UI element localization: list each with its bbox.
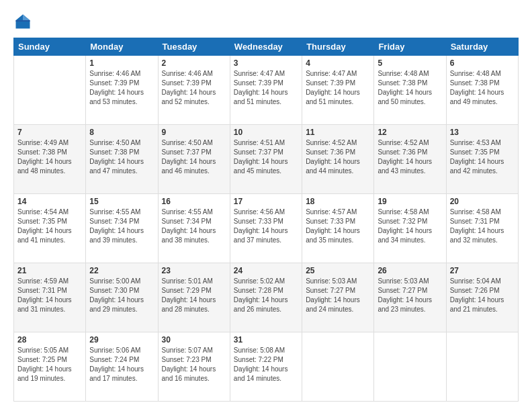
calendar-cell: 30Sunrise: 5:07 AM Sunset: 7:23 PM Dayli… — [158, 332, 230, 402]
cell-content: Sunrise: 4:50 AM Sunset: 7:37 PM Dayligh… — [162, 138, 226, 176]
calendar-cell: 28Sunrise: 5:05 AM Sunset: 7:25 PM Dayli… — [14, 332, 86, 402]
calendar-day-header: Tuesday — [158, 38, 230, 56]
day-number: 6 — [450, 58, 515, 68]
day-number: 30 — [162, 335, 226, 345]
cell-content: Sunrise: 5:07 AM Sunset: 7:23 PM Dayligh… — [162, 346, 226, 383]
day-number: 4 — [306, 58, 370, 68]
day-number: 17 — [234, 197, 298, 206]
calendar-week-row: 21Sunrise: 4:59 AM Sunset: 7:31 PM Dayli… — [14, 263, 519, 332]
calendar-day-header: Friday — [374, 38, 446, 56]
calendar-cell: 12Sunrise: 4:52 AM Sunset: 7:36 PM Dayli… — [374, 125, 446, 194]
page: SundayMondayTuesdayWednesdayThursdayFrid… — [0, 0, 532, 411]
calendar-cell: 17Sunrise: 4:56 AM Sunset: 7:33 PM Dayli… — [230, 194, 302, 263]
day-number: 28 — [17, 335, 82, 345]
cell-content: Sunrise: 4:57 AM Sunset: 7:33 PM Dayligh… — [306, 208, 370, 245]
calendar-day-header: Saturday — [446, 38, 518, 56]
cell-content: Sunrise: 5:03 AM Sunset: 7:27 PM Dayligh… — [306, 277, 370, 314]
calendar-cell: 10Sunrise: 4:51 AM Sunset: 7:37 PM Dayli… — [230, 125, 302, 194]
calendar-cell: 4Sunrise: 4:47 AM Sunset: 7:39 PM Daylig… — [302, 56, 374, 125]
cell-content: Sunrise: 4:52 AM Sunset: 7:36 PM Dayligh… — [306, 138, 370, 176]
logo-icon — [13, 12, 32, 31]
calendar-day-header: Monday — [86, 38, 158, 56]
cell-content: Sunrise: 4:55 AM Sunset: 7:34 PM Dayligh… — [89, 208, 154, 245]
day-number: 21 — [17, 266, 82, 275]
calendar-week-row: 1Sunrise: 4:46 AM Sunset: 7:39 PM Daylig… — [14, 56, 519, 125]
calendar-cell: 15Sunrise: 4:55 AM Sunset: 7:34 PM Dayli… — [86, 194, 158, 263]
cell-content: Sunrise: 4:47 AM Sunset: 7:39 PM Dayligh… — [234, 69, 298, 107]
cell-content: Sunrise: 4:46 AM Sunset: 7:39 PM Dayligh… — [89, 69, 154, 107]
calendar-cell — [374, 332, 446, 402]
calendar-cell: 9Sunrise: 4:50 AM Sunset: 7:37 PM Daylig… — [158, 125, 230, 194]
day-number: 2 — [162, 58, 226, 68]
calendar-week-row: 14Sunrise: 4:54 AM Sunset: 7:35 PM Dayli… — [14, 194, 519, 263]
day-number: 12 — [378, 128, 442, 137]
cell-content: Sunrise: 4:53 AM Sunset: 7:35 PM Dayligh… — [450, 138, 515, 176]
calendar-week-row: 7Sunrise: 4:49 AM Sunset: 7:38 PM Daylig… — [14, 125, 519, 194]
day-number: 19 — [378, 197, 442, 206]
calendar-cell: 27Sunrise: 5:04 AM Sunset: 7:26 PM Dayli… — [446, 263, 518, 332]
calendar-cell: 23Sunrise: 5:01 AM Sunset: 7:29 PM Dayli… — [158, 263, 230, 332]
cell-content: Sunrise: 4:51 AM Sunset: 7:37 PM Dayligh… — [234, 138, 298, 176]
cell-content: Sunrise: 5:05 AM Sunset: 7:25 PM Dayligh… — [17, 346, 82, 383]
calendar-cell: 11Sunrise: 4:52 AM Sunset: 7:36 PM Dayli… — [302, 125, 374, 194]
cell-content: Sunrise: 5:02 AM Sunset: 7:28 PM Dayligh… — [234, 277, 298, 314]
calendar-cell: 8Sunrise: 4:50 AM Sunset: 7:38 PM Daylig… — [86, 125, 158, 194]
calendar-cell — [302, 332, 374, 402]
calendar-cell: 24Sunrise: 5:02 AM Sunset: 7:28 PM Dayli… — [230, 263, 302, 332]
calendar-cell: 13Sunrise: 4:53 AM Sunset: 7:35 PM Dayli… — [446, 125, 518, 194]
cell-content: Sunrise: 4:48 AM Sunset: 7:38 PM Dayligh… — [378, 69, 442, 107]
day-number: 16 — [162, 197, 226, 206]
calendar-cell: 1Sunrise: 4:46 AM Sunset: 7:39 PM Daylig… — [86, 56, 158, 125]
header — [13, 12, 519, 31]
cell-content: Sunrise: 5:08 AM Sunset: 7:22 PM Dayligh… — [234, 346, 298, 383]
calendar-cell: 16Sunrise: 4:55 AM Sunset: 7:34 PM Dayli… — [158, 194, 230, 263]
cell-content: Sunrise: 4:52 AM Sunset: 7:36 PM Dayligh… — [378, 138, 442, 176]
cell-content: Sunrise: 4:55 AM Sunset: 7:34 PM Dayligh… — [162, 208, 226, 245]
calendar-cell — [446, 332, 518, 402]
calendar-cell: 2Sunrise: 4:46 AM Sunset: 7:39 PM Daylig… — [158, 56, 230, 125]
cell-content: Sunrise: 5:00 AM Sunset: 7:30 PM Dayligh… — [89, 277, 154, 314]
day-number: 14 — [17, 197, 82, 206]
day-number: 10 — [234, 128, 298, 137]
day-number: 3 — [234, 58, 298, 68]
day-number: 20 — [450, 197, 515, 206]
cell-content: Sunrise: 5:01 AM Sunset: 7:29 PM Dayligh… — [162, 277, 226, 314]
day-number: 5 — [378, 58, 442, 68]
day-number: 9 — [162, 128, 226, 137]
calendar-cell: 19Sunrise: 4:58 AM Sunset: 7:32 PM Dayli… — [374, 194, 446, 263]
calendar-cell: 18Sunrise: 4:57 AM Sunset: 7:33 PM Dayli… — [302, 194, 374, 263]
calendar-day-header: Wednesday — [230, 38, 302, 56]
cell-content: Sunrise: 5:03 AM Sunset: 7:27 PM Dayligh… — [378, 277, 442, 314]
calendar-cell: 14Sunrise: 4:54 AM Sunset: 7:35 PM Dayli… — [14, 194, 86, 263]
day-number: 26 — [378, 266, 442, 275]
cell-content: Sunrise: 5:06 AM Sunset: 7:24 PM Dayligh… — [89, 346, 154, 383]
calendar-day-header: Thursday — [302, 38, 374, 56]
calendar-header-row: SundayMondayTuesdayWednesdayThursdayFrid… — [14, 38, 519, 56]
svg-rect-2 — [16, 20, 30, 21]
day-number: 27 — [450, 266, 515, 275]
calendar-cell: 26Sunrise: 5:03 AM Sunset: 7:27 PM Dayli… — [374, 263, 446, 332]
cell-content: Sunrise: 4:49 AM Sunset: 7:38 PM Dayligh… — [17, 138, 82, 176]
calendar-cell: 20Sunrise: 4:58 AM Sunset: 7:31 PM Dayli… — [446, 194, 518, 263]
day-number: 15 — [89, 197, 154, 206]
cell-content: Sunrise: 4:50 AM Sunset: 7:38 PM Dayligh… — [89, 138, 154, 176]
cell-content: Sunrise: 4:59 AM Sunset: 7:31 PM Dayligh… — [17, 277, 82, 314]
cell-content: Sunrise: 4:46 AM Sunset: 7:39 PM Dayligh… — [162, 69, 226, 107]
day-number: 11 — [306, 128, 370, 137]
day-number: 18 — [306, 197, 370, 206]
day-number: 8 — [89, 128, 154, 137]
day-number: 1 — [89, 58, 154, 68]
cell-content: Sunrise: 4:48 AM Sunset: 7:38 PM Dayligh… — [450, 69, 515, 107]
cell-content: Sunrise: 4:47 AM Sunset: 7:39 PM Dayligh… — [306, 69, 370, 107]
calendar-cell: 25Sunrise: 5:03 AM Sunset: 7:27 PM Dayli… — [302, 263, 374, 332]
day-number: 31 — [234, 335, 298, 345]
day-number: 7 — [17, 128, 82, 137]
calendar-cell: 29Sunrise: 5:06 AM Sunset: 7:24 PM Dayli… — [86, 332, 158, 402]
calendar-cell: 5Sunrise: 4:48 AM Sunset: 7:38 PM Daylig… — [374, 56, 446, 125]
cell-content: Sunrise: 4:58 AM Sunset: 7:31 PM Dayligh… — [450, 208, 515, 245]
calendar-cell: 22Sunrise: 5:00 AM Sunset: 7:30 PM Dayli… — [86, 263, 158, 332]
day-number: 13 — [450, 128, 515, 137]
cell-content: Sunrise: 4:56 AM Sunset: 7:33 PM Dayligh… — [234, 208, 298, 245]
calendar-cell: 3Sunrise: 4:47 AM Sunset: 7:39 PM Daylig… — [230, 56, 302, 125]
cell-content: Sunrise: 5:04 AM Sunset: 7:26 PM Dayligh… — [450, 277, 515, 314]
